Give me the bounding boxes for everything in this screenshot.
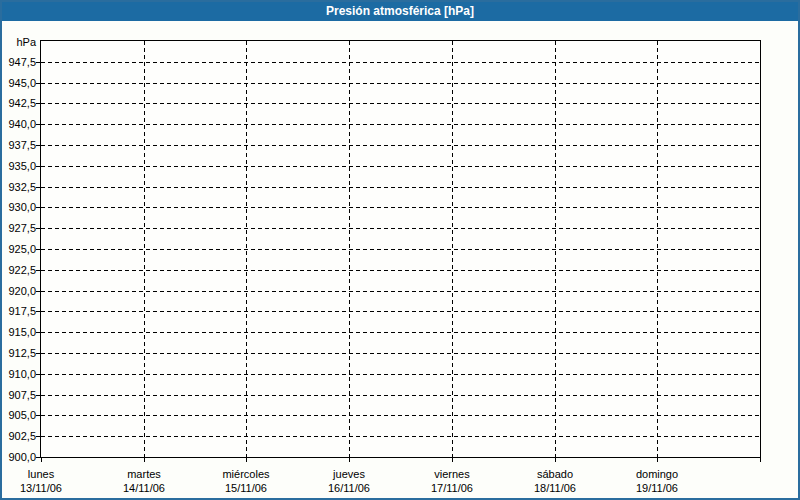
gridline-horizontal: [41, 374, 760, 375]
y-axis-tick: [36, 228, 40, 229]
y-axis-tick: [36, 270, 40, 271]
x-date-label: 16/11/06: [294, 481, 404, 495]
y-axis-tick: [36, 166, 40, 167]
y-tick-label: 912,5: [2, 346, 36, 360]
x-axis-tick: [41, 458, 42, 462]
gridline-horizontal: [41, 311, 760, 312]
gridline-vertical: [452, 41, 453, 457]
y-tick-label: 930,0: [2, 200, 36, 214]
y-axis-tick: [36, 124, 40, 125]
gridline-horizontal: [41, 395, 760, 396]
x-axis-tick: [555, 458, 556, 462]
pressure-chart-widget: Presión atmosférica [hPa] hPa 947,5945,0…: [0, 0, 800, 500]
y-tick-label: 905,0: [2, 408, 36, 422]
y-tick-label: 932,5: [2, 180, 36, 194]
x-date-label: 17/11/06: [397, 481, 507, 495]
chart-title-bar: Presión atmosférica [hPa]: [0, 0, 800, 21]
y-axis-tick: [36, 374, 40, 375]
y-tick-label: 922,5: [2, 263, 36, 277]
gridline-horizontal: [41, 436, 760, 437]
y-tick-label: 902,5: [2, 429, 36, 443]
y-axis-tick: [36, 145, 40, 146]
y-tick-label: 910,0: [2, 367, 36, 381]
gridline-horizontal: [41, 228, 760, 229]
gridline-horizontal: [41, 249, 760, 250]
y-tick-label: 900,0: [2, 450, 36, 464]
gridline-vertical: [657, 41, 658, 457]
x-day-label: sábado: [500, 467, 610, 481]
x-date-label: 15/11/06: [191, 481, 301, 495]
x-axis-tick: [452, 458, 453, 462]
y-axis-tick: [36, 353, 40, 354]
y-axis-unit-label: hPa: [2, 35, 36, 49]
y-axis-tick: [36, 332, 40, 333]
x-axis-tick: [349, 458, 350, 462]
y-tick-label: 907,5: [2, 388, 36, 402]
x-axis-tick: [760, 458, 761, 462]
y-axis-tick: [36, 395, 40, 396]
gridline-horizontal: [41, 353, 760, 354]
y-axis-tick: [36, 291, 40, 292]
y-axis-tick: [36, 415, 40, 416]
y-axis-tick: [36, 103, 40, 104]
gridline-vertical: [555, 41, 556, 457]
y-tick-label: 917,5: [2, 304, 36, 318]
x-axis-tick: [144, 458, 145, 462]
gridline-vertical: [246, 41, 247, 457]
gridline-horizontal: [41, 207, 760, 208]
gridline-horizontal: [41, 291, 760, 292]
x-date-label: 19/11/06: [602, 481, 712, 495]
y-axis-tick: [36, 83, 40, 84]
x-day-label: martes: [89, 467, 199, 481]
y-tick-label: 915,0: [2, 325, 36, 339]
y-tick-label: 947,5: [2, 55, 36, 69]
y-tick-label: 945,0: [2, 76, 36, 90]
y-axis-tick: [36, 249, 40, 250]
gridline-horizontal: [41, 166, 760, 167]
y-axis-tick: [36, 62, 40, 63]
gridline-vertical: [349, 41, 350, 457]
gridline-horizontal: [41, 83, 760, 84]
y-tick-label: 927,5: [2, 221, 36, 235]
gridline-horizontal: [41, 62, 760, 63]
gridline-horizontal: [41, 145, 760, 146]
gridline-horizontal: [41, 415, 760, 416]
x-day-label: viernes: [397, 467, 507, 481]
chart-title: Presión atmosférica [hPa]: [326, 4, 474, 18]
x-date-label: 13/11/06: [0, 481, 96, 495]
x-date-label: 14/11/06: [89, 481, 199, 495]
x-day-label: domingo: [602, 467, 712, 481]
gridline-horizontal: [41, 187, 760, 188]
y-tick-label: 942,5: [2, 96, 36, 110]
x-axis-tick: [246, 458, 247, 462]
y-tick-label: 920,0: [2, 284, 36, 298]
y-tick-label: 935,0: [2, 159, 36, 173]
x-axis-tick: [657, 458, 658, 462]
gridline-horizontal: [41, 332, 760, 333]
y-axis-tick: [36, 457, 40, 458]
gridline-horizontal: [41, 124, 760, 125]
x-day-label: lunes: [0, 467, 96, 481]
x-date-label: 18/11/06: [500, 481, 610, 495]
y-tick-label: 925,0: [2, 242, 36, 256]
y-axis-tick: [36, 207, 40, 208]
gridline-horizontal: [41, 270, 760, 271]
gridline-horizontal: [41, 103, 760, 104]
gridline-vertical: [144, 41, 145, 457]
y-tick-label: 940,0: [2, 117, 36, 131]
y-axis-tick: [36, 311, 40, 312]
y-tick-label: 937,5: [2, 138, 36, 152]
y-axis-tick: [36, 436, 40, 437]
y-axis-tick: [36, 187, 40, 188]
x-day-label: jueves: [294, 467, 404, 481]
x-day-label: miércoles: [191, 467, 301, 481]
